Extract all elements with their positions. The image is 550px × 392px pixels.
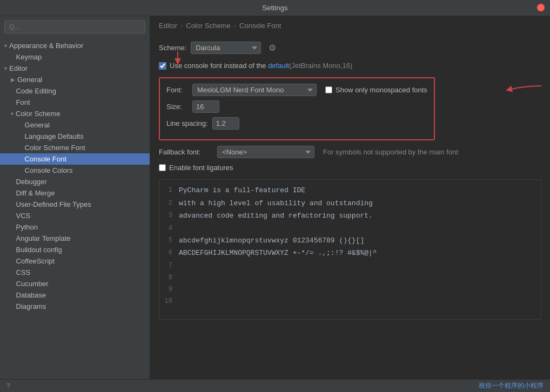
arrow-to-monospace (504, 82, 547, 98)
tree-arrow: ▾ (11, 111, 14, 117)
line-number: 1 (159, 185, 179, 196)
default-font-link[interactable]: default (268, 62, 289, 70)
ligatures-checkbox[interactable] (159, 164, 166, 171)
sidebar-item-color-scheme[interactable]: ▾ Color Scheme (0, 108, 150, 119)
sidebar-item-keymap[interactable]: Keymap (0, 51, 150, 63)
sidebar-item-label: Database (16, 291, 46, 299)
tree-arrow (11, 269, 14, 275)
content-body: Scheme: Darcula Default High contrast ⚙ … (150, 35, 550, 379)
line-number: 8 (159, 273, 179, 282)
sidebar-item-label: Buildout config (16, 246, 62, 254)
sidebar-item-user-defined[interactable]: User-Defined File Types (0, 199, 150, 210)
tree-arrow (11, 88, 14, 94)
line-spacing-label: Line spacing: (166, 119, 208, 127)
size-input[interactable] (192, 100, 219, 113)
bottom-right-text: 祝你一个程序的小程序 (479, 381, 544, 390)
tree-arrow (11, 224, 14, 230)
sidebar-item-label: General (17, 76, 42, 84)
breadcrumb-sep-0: › (180, 22, 183, 30)
sidebar-item-editor[interactable]: ▾ Editor (0, 63, 150, 74)
line-number: 2 (159, 198, 179, 209)
sidebar-item-coffeescript[interactable]: CoffeeScript (0, 255, 150, 267)
tree-arrow (11, 179, 14, 185)
use-console-font-row: Use console font instead of the default(… (159, 62, 541, 70)
preview-line: 9 (159, 283, 541, 295)
sidebar-item-cs-font[interactable]: Color Scheme Font (0, 142, 150, 153)
ligatures-label: Enable font ligatures (169, 164, 233, 172)
ligature-row: Enable font ligatures (159, 164, 541, 172)
tree-arrow: ▾ (4, 65, 7, 71)
sidebar-item-python[interactable]: Python (0, 221, 150, 233)
tree-arrow (11, 247, 14, 253)
help-button[interactable]: ? (6, 382, 10, 390)
line-spacing-input[interactable] (212, 117, 239, 130)
sidebar-item-label: VCS (16, 212, 31, 220)
line-number: 5 (159, 235, 179, 246)
tree-arrow: ▶ (11, 77, 15, 83)
preview-line: 4 (159, 222, 541, 234)
sidebar-item-label: Keymap (16, 53, 42, 61)
sidebar-item-label: Appearance & Behavior (9, 42, 83, 50)
monospace-label: Show only monospaced fonts (336, 86, 427, 94)
sidebar-item-label: Code Editing (16, 87, 56, 95)
line-number: 6 (159, 248, 179, 259)
preview-line: 5abcdefghijklmnopqrstuvwxyz 0123456789 (… (159, 234, 541, 247)
sidebar-item-label: CoffeeScript (16, 257, 55, 265)
sidebar-item-code-editing[interactable]: Code Editing (0, 85, 150, 97)
search-box (0, 16, 150, 38)
sidebar-item-cucumber[interactable]: Cucumber (0, 278, 150, 289)
fallback-font-label: Fallback font: (159, 148, 213, 156)
tree-arrow (11, 281, 14, 287)
tree-arrow (11, 292, 14, 298)
fallback-font-row: Fallback font: <None> For symbols not su… (159, 146, 541, 158)
line-code: abcdefghijklmnopqrstuvwxyz 0123456789 ()… (179, 235, 364, 246)
preview-line: 1PyCharm is a full-featured IDE (159, 184, 541, 197)
bottom-bar: ? 祝你一个程序的小程序 (0, 379, 550, 392)
preview-area: 1PyCharm is a full-featured IDE2with a h… (159, 179, 541, 320)
main-layout: ▾ Appearance & Behavior Keymap▾ Editor▶ … (0, 16, 550, 379)
sidebar-item-console-colors[interactable]: Console Colors (0, 165, 150, 176)
font-select[interactable]: MesloLGM Nerd Font Mono (192, 84, 317, 96)
sidebar-tree: ▾ Appearance & Behavior Keymap▾ Editor▶ … (0, 38, 150, 379)
breadcrumb-part-0: Editor (159, 22, 177, 30)
tree-arrow: ▾ (4, 43, 7, 49)
tree-arrow (19, 133, 23, 139)
search-input[interactable] (4, 21, 145, 33)
sidebar-item-label: User-Defined File Types (16, 200, 91, 208)
monospace-checkbox[interactable] (325, 86, 332, 93)
sidebar-item-cs-general[interactable]: General (0, 119, 150, 131)
sidebar-item-diagrams[interactable]: Diagrams (0, 301, 150, 312)
sidebar-item-font[interactable]: Font (0, 97, 150, 108)
sidebar-item-debugger[interactable]: Debugger (0, 176, 150, 187)
close-button[interactable] (537, 4, 545, 11)
sidebar-item-label: Console Colors (25, 166, 73, 174)
sidebar-item-console-font[interactable]: Console Font (0, 153, 150, 165)
scheme-select[interactable]: Darcula Default High contrast (191, 42, 261, 54)
tree-arrow (19, 156, 23, 162)
sidebar-item-buildout[interactable]: Buildout config (0, 244, 150, 255)
font-section: Font: MesloLGM Nerd Font Mono Show only … (159, 77, 435, 140)
preview-line: 10 (159, 295, 541, 307)
tree-arrow (11, 258, 14, 264)
window-title: Settings (263, 4, 288, 12)
sidebar-item-diff-merge[interactable]: Diff & Merge (0, 187, 150, 199)
sidebar-item-vcs[interactable]: VCS (0, 210, 150, 221)
sidebar-item-css[interactable]: CSS (0, 267, 150, 278)
use-console-font-checkbox[interactable] (159, 62, 166, 70)
scheme-row: Scheme: Darcula Default High contrast ⚙ (159, 42, 541, 54)
sidebar-item-label: Diff & Merge (16, 189, 55, 197)
sidebar-item-label: Font (16, 98, 30, 106)
line-number: 7 (159, 261, 179, 271)
content-area: Editor › Color Scheme › Console Font Sch… (150, 16, 550, 379)
spacing-row: Line spacing: (166, 117, 427, 130)
sidebar-item-general[interactable]: ▶ General (0, 74, 150, 85)
sidebar-item-appearance[interactable]: ▾ Appearance & Behavior (0, 40, 150, 51)
sidebar-item-cs-lang-defaults[interactable]: Language Defaults (0, 131, 150, 142)
sidebar-item-angular[interactable]: Angular Template (0, 233, 150, 244)
scheme-gear-button[interactable]: ⚙ (265, 42, 279, 54)
breadcrumb-sep-1: › (234, 22, 236, 30)
sidebar-item-database[interactable]: Database (0, 289, 150, 301)
fallback-font-select[interactable]: <None> (217, 146, 314, 158)
sidebar-item-label: Cucumber (16, 280, 49, 288)
tree-arrow (19, 122, 23, 128)
